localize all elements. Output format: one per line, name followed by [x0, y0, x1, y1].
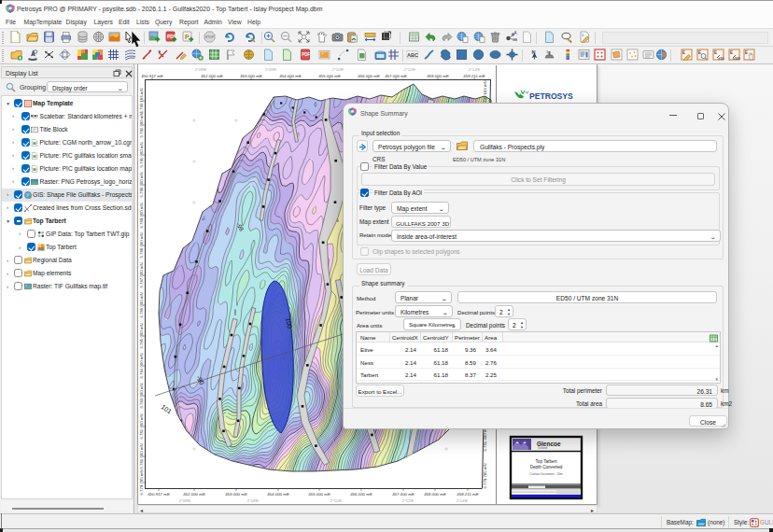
svg-text:2°10'E: 2°10'E: [330, 498, 342, 503]
svg-text:458.211 mE: 458.211 mE: [457, 492, 478, 497]
svg-text:458.000 mE: 458.000 mE: [424, 492, 446, 497]
svg-text:457.000 mE: 457.000 mE: [385, 74, 407, 78]
svg-text:ABC: ABC: [407, 52, 418, 58]
svg-text:Contour Increment : 10m: Contour Increment : 10m: [529, 472, 563, 476]
svg-text:456.000 mE: 456.000 mE: [358, 74, 380, 78]
svg-text:6.789.000 mN: 6.789.000 mN: [139, 203, 144, 229]
svg-text:E: E: [730, 50, 733, 55]
svg-text:x100: x100: [733, 57, 740, 61]
svg-text:STOP: STOP: [205, 35, 215, 39]
svg-text:2°12'E: 2°12'E: [404, 67, 415, 72]
svg-text:452.000 mE: 452.000 mE: [201, 74, 223, 78]
svg-text:B: B: [514, 37, 517, 42]
svg-text:2°14'E: 2°14'E: [469, 67, 480, 72]
svg-text:61°14'N: 61°14'N: [137, 105, 139, 119]
svg-text:456.000 mE: 456.000 mE: [350, 492, 372, 497]
svg-text:61°12'N: 61°12'N: [137, 273, 139, 287]
svg-text:452.000 mE: 452.000 mE: [183, 492, 205, 497]
svg-text:2°12'E: 2°12'E: [402, 498, 414, 503]
svg-text:6.791.000 mN: 6.791.000 mN: [139, 143, 144, 168]
svg-text:6.792.000 mN: 6.792.000 mN: [139, 113, 144, 138]
svg-text:Scotland: Scotland: [538, 446, 548, 450]
svg-text:PETROSYS: PETROSYS: [529, 91, 573, 101]
svg-text:453.000 mE: 453.000 mE: [240, 74, 262, 78]
svg-text:x10: x10: [718, 57, 724, 61]
svg-text:450.917 mE: 450.917 mE: [141, 74, 163, 78]
svg-text:6.787.000 mN: 6.787.000 mN: [139, 263, 144, 288]
svg-text:459.000 mE: 459.000 mE: [427, 74, 449, 78]
svg-text:6.786.000 mN: 6.786.000 mN: [139, 293, 144, 318]
svg-text:6.793.183 mN: 6.793.183 mN: [139, 89, 144, 114]
svg-text:E: E: [698, 50, 701, 55]
svg-text:6.782.000 mN: 6.782.000 mN: [139, 414, 144, 440]
svg-text:454.000 mE: 454.000 mE: [279, 74, 302, 78]
svg-text:E: E: [682, 50, 685, 55]
svg-text:2°08'E: 2°08'E: [179, 498, 190, 503]
svg-text:459.211 mE: 459.211 mE: [463, 74, 485, 78]
svg-text:450.917 mE: 450.917 mE: [148, 492, 170, 497]
svg-text:2°09'E: 2°09'E: [247, 498, 259, 503]
svg-text:2°08'E: 2°08'E: [195, 67, 206, 72]
svg-text:6.790.000 mN: 6.790.000 mN: [139, 173, 144, 198]
svg-text:Glencoe: Glencoe: [537, 441, 561, 447]
svg-text:6.783.000 mN: 6.783.000 mN: [139, 384, 144, 409]
svg-text:454.000 mE: 454.000 mE: [267, 492, 289, 497]
svg-text:Depth Converted: Depth Converted: [530, 465, 563, 469]
svg-text:2°10'E: 2°10'E: [332, 67, 344, 72]
svg-text:E: E: [714, 50, 717, 55]
svg-text:455.000 mE: 455.000 mE: [308, 492, 330, 497]
svg-text:455.000 mE: 455.000 mE: [318, 74, 341, 78]
svg-text:1:: 1:: [582, 33, 584, 37]
svg-text:457.000 mE: 457.000 mE: [392, 492, 415, 497]
svg-text:PDF: PDF: [302, 52, 310, 57]
svg-text:6.781.000 mN: 6.781.000 mN: [483, 427, 487, 452]
svg-text:E: E: [745, 50, 748, 55]
svg-text:6.779.785 mN: 6.779.785 mN: [483, 464, 487, 489]
svg-text:1:: 1:: [546, 49, 549, 54]
svg-text:453.000 mE: 453.000 mE: [225, 492, 247, 497]
svg-text:6.785.000 mN: 6.785.000 mN: [139, 324, 144, 349]
svg-text:2°09'E: 2°09'E: [265, 67, 276, 72]
svg-text:A: A: [513, 31, 516, 35]
svg-text:6.788.000 mN: 6.788.000 mN: [139, 233, 144, 259]
svg-text:Top Tarbert: Top Tarbert: [536, 459, 558, 464]
svg-text:6.784.000 mN: 6.784.000 mN: [139, 354, 144, 379]
svg-text:6.781.000 mN: 6.781.000 mN: [139, 444, 144, 469]
svg-text:2°14'E: 2°14'E: [457, 498, 468, 503]
svg-text:6.779.785 mN: 6.779.785 mN: [139, 470, 144, 496]
